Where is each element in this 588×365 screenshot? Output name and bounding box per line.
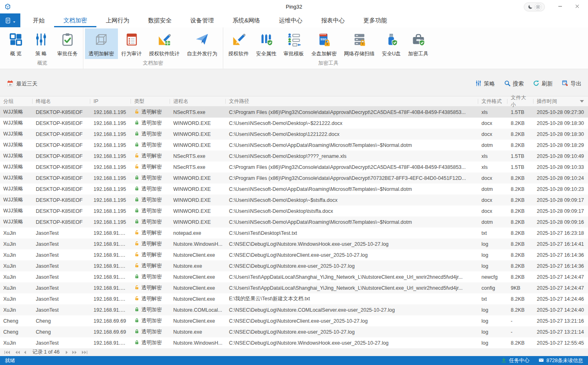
- ribbon-item-安全U盘[interactable]: 安全U盘: [378, 28, 405, 59]
- ribbon-item-授权软件统计[interactable]: 授权软件统计: [146, 28, 183, 59]
- table-row[interactable]: WJJ策略DESKTOP-K85IEOF192.168.1.195透明加密WIN…: [0, 129, 588, 140]
- action-搜索[interactable]: 搜索: [504, 80, 524, 88]
- table-row[interactable]: WJJ策略DESKTOP-K85IEOF192.168.1.195透明加密WIN…: [0, 184, 588, 195]
- tab-数据安全[interactable]: 数据安全: [139, 13, 181, 27]
- action-导出[interactable]: 导出: [562, 80, 581, 88]
- ribbon-item-自主外发行为[interactable]: 自主外发行为: [183, 28, 221, 59]
- tab-文档加密[interactable]: 文档加密: [54, 13, 96, 27]
- tab-更多功能[interactable]: 更多功能: [354, 13, 396, 27]
- table-row[interactable]: WJJ策略DESKTOP-K85IEOF192.168.1.195透明解密NSe…: [0, 151, 588, 162]
- table-row[interactable]: XuJinJasonTest192.168.91.140透明加密Nutstore…: [0, 304, 588, 315]
- tab-系统&网络[interactable]: 系统&网络: [223, 13, 270, 27]
- tab-开始[interactable]: 开始: [24, 13, 54, 27]
- cell-ip: 192.168.91.140: [90, 230, 131, 236]
- action-刷新[interactable]: 刷新: [533, 80, 553, 88]
- column-header-size[interactable]: 文件大小: [507, 96, 534, 106]
- fast-next-button[interactable]: [72, 350, 77, 354]
- lock-closed-icon: [134, 142, 139, 149]
- tab-上网行为[interactable]: 上网行为: [96, 13, 139, 27]
- ribbon-item-透明加解密[interactable]: 透明加解密: [85, 28, 118, 59]
- prev-page-button[interactable]: [24, 350, 26, 354]
- ribbon-item-审批任务[interactable]: 审批任务: [54, 28, 81, 59]
- column-header-time[interactable]: 操作时间: [534, 96, 588, 106]
- table-row[interactable]: XuJinJasonTest192.168.91.140透明解密Nutstore…: [0, 249, 588, 260]
- cell-format: dotm: [478, 186, 507, 192]
- cell-path: C:\Users\Test\Desktop\Test.txt: [226, 230, 478, 236]
- column-header-process[interactable]: 进程名: [170, 96, 226, 106]
- table-row[interactable]: WJJ策略DESKTOP-K85IEOF192.168.1.195透明解密NSe…: [0, 107, 588, 118]
- ribbon-item-授权软件[interactable]: 授权软件: [225, 28, 253, 59]
- close-icon: [574, 3, 580, 11]
- next-page-button[interactable]: [65, 350, 68, 354]
- cell-terminal: DESKTOP-K85IEOF: [33, 197, 90, 203]
- column-header-ip[interactable]: IP: [90, 96, 131, 106]
- ribbon-item-安全属性[interactable]: 安全属性: [253, 28, 280, 59]
- sun-icon-wrap[interactable]: [534, 3, 542, 11]
- ribbon-item-行为审计[interactable]: 行为审计: [118, 28, 146, 59]
- table-row[interactable]: XuJinJasonTest192.168.91.140透明解密notepad.…: [0, 227, 588, 238]
- ribbon-item-全盘加解密[interactable]: SSD全盘加解密: [308, 28, 341, 59]
- table-row[interactable]: ChengCheng192.168.69.69透明加密NutstoreClien…: [0, 315, 588, 326]
- table-row[interactable]: WJJ策略DESKTOP-K85IEOF192.168.1.195透明加密WIN…: [0, 205, 588, 216]
- lock-open-icon: [134, 164, 139, 170]
- column-header-type[interactable]: 类型: [131, 96, 170, 106]
- table-row[interactable]: XuJinJasonTest192.168.91.140透明解密Nutstore…: [0, 260, 588, 271]
- table-row[interactable]: XuJinJasonTest192.168.91.140透明加密Nutstore…: [0, 337, 588, 348]
- cell-format: txt: [478, 230, 507, 236]
- table-row[interactable]: XuJinJasonTest192.168.91.140透明加密Nutstore…: [0, 271, 588, 282]
- moon-icon[interactable]: [527, 4, 533, 10]
- cell-format: xls: [478, 109, 507, 115]
- fast-prev-button[interactable]: [15, 350, 20, 354]
- last-page-button[interactable]: [81, 350, 88, 354]
- ribbon-item-加密工具[interactable]: 加密工具: [405, 28, 432, 59]
- table-row[interactable]: WJJ策略DESKTOP-K85IEOF192.168.1.195透明加密WIN…: [0, 216, 588, 227]
- table-row[interactable]: ChengCheng192.168.69.69透明加密Nutstore.exeC…: [0, 326, 588, 337]
- table-row[interactable]: WJJ策略DESKTOP-K85IEOF192.168.1.195透明加密WIN…: [0, 195, 588, 205]
- column-header-group[interactable]: 分组: [0, 96, 33, 106]
- column-header-label: 进程名: [173, 98, 189, 105]
- statusbar-item-8728条未读信息[interactable]: 8728条未读信息: [538, 357, 583, 364]
- table-row[interactable]: XuJinJasonTest192.168.91.140透明解密Nutstore…: [0, 282, 588, 293]
- ruler-pencil-icon: [231, 32, 246, 47]
- cell-ip: 192.168.1.195: [90, 142, 131, 148]
- ribbon-item-网络存储扫描[interactable]: 网络存储扫描: [340, 28, 378, 59]
- first-page-button[interactable]: [4, 350, 11, 354]
- table-row[interactable]: WJJ策略DESKTOP-K85IEOF192.168.1.195透明加密WIN…: [0, 173, 588, 184]
- ribbon: 概 览策 略审批任务概览透明加解密行为审计授权软件统计自主外发行为文档加密授权软…: [0, 27, 588, 69]
- cell-type: 透明加密: [131, 142, 170, 149]
- cell-path: C:\Users\Test\AppData\Local\Shanghai_YiJ…: [226, 274, 478, 280]
- cell-format: log: [478, 241, 507, 247]
- theme-toggle[interactable]: [524, 2, 545, 11]
- tab-设备管理[interactable]: 设备管理: [181, 13, 223, 27]
- action-策略[interactable]: 策略: [475, 80, 495, 88]
- lock-closed-icon: [134, 186, 139, 192]
- table-row[interactable]: XuJinJasonTest192.168.91.140透明解密Nutstore…: [0, 238, 588, 249]
- sort-desc-icon[interactable]: [580, 100, 584, 103]
- cell-time: 2025-10-28 09:09:16: [534, 219, 588, 225]
- date-range-filter[interactable]: 23 最近三天: [7, 80, 37, 88]
- export-icon: [562, 80, 568, 88]
- mail-icon: [538, 357, 544, 364]
- column-header-format[interactable]: 文件格式: [478, 96, 507, 106]
- cell-time: 2025-10-27 16:23:18: [534, 230, 588, 236]
- close-button[interactable]: [569, 1, 585, 13]
- table-row[interactable]: XuJinJasonTest192.168.91.140透明解密Nutstore…: [0, 293, 588, 304]
- column-header-label: 终端名: [36, 98, 51, 105]
- action-label: 搜索: [513, 80, 524, 87]
- overview-grid-icon: [8, 32, 24, 47]
- tab-报表中心[interactable]: 报表中心: [312, 13, 354, 27]
- minimize-button[interactable]: [552, 1, 568, 13]
- app-menu-button[interactable]: [0, 13, 20, 27]
- table-row[interactable]: WJJ策略DESKTOP-K85IEOF192.168.1.195透明加密WIN…: [0, 140, 588, 151]
- column-header-path[interactable]: 文件路径: [226, 96, 478, 106]
- sun-icon[interactable]: [535, 4, 541, 10]
- table-row[interactable]: WJJ策略DESKTOP-K85IEOF192.168.1.195透明解密NSe…: [0, 162, 588, 173]
- ribbon-item-审批模板[interactable]: 审批模板: [280, 28, 308, 59]
- column-header-terminal[interactable]: 终端名: [33, 96, 90, 106]
- ribbon-item-概览[interactable]: 概 览: [3, 28, 28, 59]
- ribbon-item-策略[interactable]: 策 略: [28, 28, 54, 59]
- tab-运维中心[interactable]: 运维中心: [270, 13, 312, 27]
- table-row[interactable]: WJJ策略DESKTOP-K85IEOF192.168.1.195透明加密WIN…: [0, 118, 588, 129]
- statusbar-item-任务中心[interactable]: 任务中心: [501, 357, 529, 364]
- cell-time: 2025-10-27 14:24:46: [534, 296, 588, 302]
